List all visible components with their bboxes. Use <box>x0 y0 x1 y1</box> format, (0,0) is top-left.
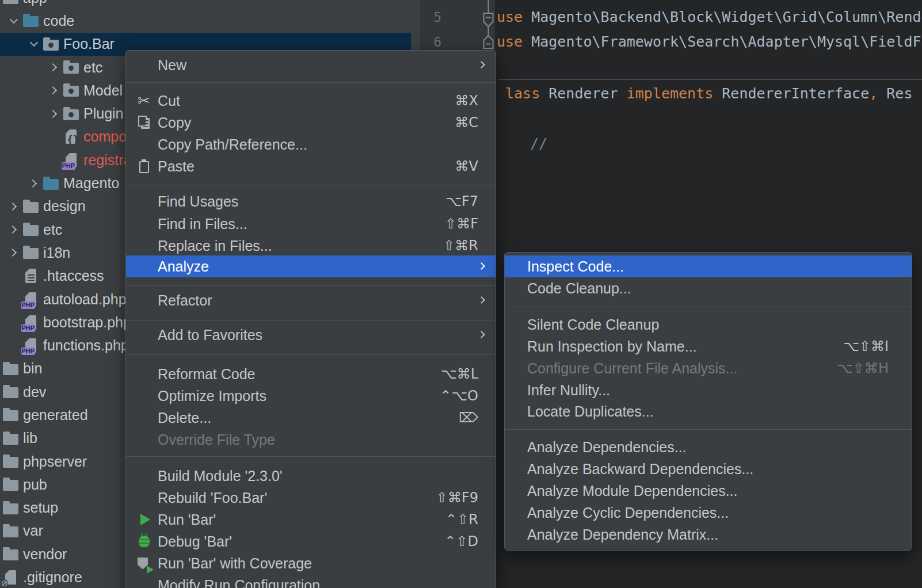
menu-separator <box>505 307 912 307</box>
menu-item-label: Paste <box>158 158 195 175</box>
chevron-down-icon[interactable] <box>5 20 22 22</box>
shortcut-hint: ⌃⌥O <box>440 388 478 404</box>
folder-icon <box>2 361 18 377</box>
tree-item-label: i18n <box>43 245 70 261</box>
tree-item-label: pub <box>23 476 47 493</box>
menu-item-label: Analyze <box>158 258 209 275</box>
folder-icon <box>22 198 39 215</box>
chevron-right-icon[interactable] <box>25 181 43 186</box>
method-separator-line <box>498 79 922 80</box>
folder-icon <box>22 245 39 261</box>
tree-item-label: .gitignore <box>23 569 82 586</box>
menu-item-analyze-dependency-matrix[interactable]: Analyze Dependency Matrix... <box>505 524 912 545</box>
menu-item-delete[interactable]: Delete... ⌦ <box>126 407 496 429</box>
tree-item-label: etc <box>83 59 102 76</box>
submenu-arrow-icon <box>478 331 485 338</box>
menu-item-label: Run 'Bar' with Coverage <box>158 555 312 572</box>
menu-item-analyze-module-dependencies[interactable]: Analyze Module Dependencies... <box>505 480 912 502</box>
menu-item-inspect-code[interactable]: Inspect Code... <box>505 255 912 277</box>
menu-item-locate-duplicates[interactable]: Locate Duplicates... <box>505 400 912 422</box>
copy-icon <box>135 113 153 132</box>
tree-item-label: phpserver <box>23 453 87 470</box>
menu-item-replace-in-files[interactable]: Replace in Files... ⇧⌘R <box>126 235 496 257</box>
menu-item-label: Copy <box>158 114 191 131</box>
menu-item-label: New <box>158 57 186 74</box>
menu-item-optimize-imports[interactable]: Optimize Imports ⌃⌥O <box>126 385 496 407</box>
menu-item-analyze[interactable]: Analyze <box>126 255 496 277</box>
menu-item-build-module[interactable]: Build Module '2.3.0' <box>126 465 496 487</box>
sources-folder-icon <box>43 175 59 192</box>
code-line-class-declaration[interactable]: lass Renderer implements RendererInterfa… <box>505 85 912 102</box>
menu-item-analyze-cyclic-dependencies[interactable]: Analyze Cyclic Dependencies... <box>505 502 912 524</box>
menu-item-label: Analyze Dependency Matrix... <box>527 526 718 543</box>
code-fold-markers-icon[interactable] <box>482 0 496 53</box>
code-line-comment[interactable]: // <box>530 135 547 152</box>
menu-item-label: Locate Duplicates... <box>527 403 654 420</box>
chevron-right-icon[interactable] <box>5 250 22 255</box>
php-file-icon: PHP <box>22 314 39 330</box>
tree-item-code[interactable]: code <box>0 9 420 32</box>
menu-item-label: Find in Files... <box>158 216 247 232</box>
shortcut-hint: ⌃⇧R <box>445 511 478 528</box>
menu-item-add-to-favorites[interactable]: Add to Favorites <box>126 324 496 346</box>
folder-icon <box>2 0 18 6</box>
menu-item-label: Analyze Module Dependencies... <box>527 483 738 499</box>
menu-item-label: Code Cleanup... <box>527 280 631 297</box>
folder-icon <box>2 476 18 492</box>
menu-item-run-bar[interactable]: Run 'Bar' ⌃⇧R <box>126 509 496 530</box>
shortcut-hint: ⌥⌘L <box>441 366 478 382</box>
tree-item-label: .htaccess <box>43 268 104 284</box>
tree-item-label: Plugin <box>83 105 124 122</box>
menu-item-modify-run-configuration[interactable]: Modify Run Configuration... <box>126 574 496 588</box>
menu-item-infer-nullity[interactable]: Infer Nullity... <box>505 379 912 401</box>
menu-item-run-inspection-by-name[interactable]: Run Inspection by Name... ⌥⇧⌘I <box>505 335 912 357</box>
chevron-right-icon[interactable] <box>5 204 22 209</box>
menu-item-label: Debug 'Bar' <box>158 533 232 550</box>
menu-item-find-in-files[interactable]: Find in Files... ⇧⌘F <box>126 213 496 235</box>
shortcut-hint: ⌥⇧⌘I <box>843 338 889 354</box>
tree-item-label: setup <box>23 499 58 516</box>
menu-item-label: Silent Code Cleanup <box>527 316 659 333</box>
menu-item-code-cleanup[interactable]: Code Cleanup... <box>505 277 912 299</box>
menu-item-find-usages[interactable]: Find Usages ⌥F7 <box>126 190 496 212</box>
code-line-use-framework[interactable]: use Magento\Framework\Search\Adapter\Mys… <box>497 33 922 51</box>
tree-item-label: app <box>23 0 47 6</box>
chevron-right-icon[interactable] <box>45 87 63 93</box>
folder-icon <box>22 222 39 238</box>
menu-item-paste[interactable]: Paste ⌘V <box>126 155 496 177</box>
sources-folder-icon <box>22 13 39 29</box>
menu-item-cut[interactable]: ✂ Cut ⌘X <box>126 90 496 112</box>
menu-item-label: Replace in Files... <box>158 238 272 254</box>
interface-name-2: Res <box>878 85 912 102</box>
menu-separator <box>126 320 496 320</box>
module-folder-icon <box>63 82 79 98</box>
chevron-right-icon[interactable] <box>45 64 63 70</box>
menu-item-label: Cut <box>158 93 180 109</box>
menu-item-silent-code-cleanup[interactable]: Silent Code Cleanup <box>505 314 912 335</box>
code-line-use-backend[interactable]: use Magento\Backend\Block\Widget\Grid\Co… <box>497 9 922 26</box>
menu-item-copy-path-reference[interactable]: Copy Path/Reference... <box>126 133 496 155</box>
chevron-right-icon[interactable] <box>5 227 22 232</box>
module-folder-icon <box>63 106 79 122</box>
php-badge: PHP <box>21 301 36 309</box>
menu-item-run-with-coverage[interactable]: Run 'Bar' with Coverage <box>126 552 496 574</box>
chevron-right-icon[interactable] <box>45 111 63 117</box>
menu-item-new[interactable]: New <box>126 54 496 76</box>
menu-item-analyze-dependencies[interactable]: Analyze Dependencies... <box>505 436 912 458</box>
phpstorm-window: 5 6 use Magento\Backend\Block\Widget\Gri… <box>0 0 922 588</box>
menu-separator <box>505 429 912 430</box>
menu-item-reformat-code[interactable]: Reformat Code ⌥⌘L <box>126 363 496 385</box>
chevron-down-icon[interactable] <box>25 43 43 45</box>
tree-item-label: Foo.Bar <box>63 36 115 52</box>
menu-item-copy[interactable]: Copy ⌘C <box>126 112 496 133</box>
tree-item-app[interactable]: app <box>0 0 420 9</box>
menu-item-analyze-backward-dependencies[interactable]: Analyze Backward Dependencies... <box>505 458 912 480</box>
menu-item-rebuild[interactable]: Rebuild 'Foo.Bar' ⇧⌘F9 <box>126 487 496 509</box>
interface-name: RendererInterface <box>713 85 869 102</box>
text-file-icon <box>22 268 39 284</box>
menu-item-refactor[interactable]: Refactor <box>126 289 496 311</box>
menu-item-label: Run 'Bar' <box>158 511 216 528</box>
scissors-icon: ✂ <box>135 91 153 110</box>
ignored-file-icon: ⊘ <box>2 570 18 586</box>
menu-item-debug-bar[interactable]: Debug 'Bar' ⌃⇧D <box>126 530 496 552</box>
